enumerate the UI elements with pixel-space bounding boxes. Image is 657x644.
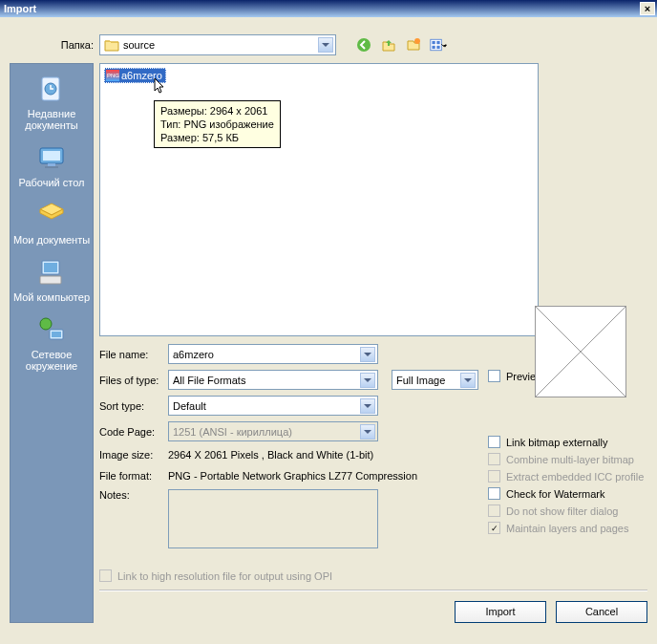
dropdown-arrow-icon[interactable] — [360, 373, 375, 388]
preview-checkbox[interactable] — [488, 370, 500, 382]
dropdown-arrow-icon[interactable] — [360, 347, 375, 362]
folder-icon — [104, 38, 119, 52]
sidebar-network[interactable]: Сетевое окружение — [12, 311, 91, 376]
folder-label: Папка: — [10, 39, 94, 51]
fileformat-value: PNG - Portable Network Graphics LZ77 Com… — [168, 468, 417, 483]
notes-label: Notes: — [99, 489, 168, 501]
svg-rect-6 — [436, 46, 439, 49]
filetype-label: Files of type: — [99, 375, 168, 386]
opi-checkbox — [99, 569, 112, 582]
places-sidebar: Недавние документы Рабочий стол Мои доку… — [10, 63, 94, 623]
window-title: Import — [4, 3, 640, 14]
back-button[interactable] — [355, 36, 372, 54]
preview-thumbnail — [535, 306, 626, 397]
folder-value: source — [123, 39, 155, 51]
sidebar-recent[interactable]: Недавние документы — [12, 70, 91, 135]
no-filter-checkbox — [488, 504, 500, 517]
svg-rect-12 — [45, 166, 58, 168]
combine-checkbox — [488, 453, 500, 465]
svg-rect-3 — [432, 41, 434, 44]
watermark-checkbox[interactable] — [488, 487, 500, 500]
svg-point-16 — [40, 318, 52, 330]
cancel-button[interactable]: Cancel — [556, 601, 647, 623]
notes-textarea — [168, 489, 378, 548]
svg-rect-18 — [52, 332, 61, 337]
svg-rect-4 — [436, 41, 439, 44]
folder-select[interactable]: source — [99, 34, 336, 55]
recent-docs-icon — [36, 74, 67, 104]
filename-input[interactable]: a6mzero — [168, 344, 378, 364]
fullimage-select[interactable]: Full Image — [392, 370, 478, 390]
svg-rect-5 — [432, 46, 434, 49]
sidebar-mydocs[interactable]: Мои документы — [12, 196, 91, 249]
view-menu-button[interactable] — [430, 36, 447, 54]
imagesize-label: Image size: — [99, 449, 168, 461]
up-button[interactable] — [380, 36, 397, 54]
dropdown-arrow-icon[interactable] — [460, 373, 476, 388]
mydocs-icon — [36, 200, 67, 230]
separator — [99, 590, 647, 591]
extract-icc-checkbox — [488, 470, 500, 483]
import-button[interactable]: Import — [455, 601, 546, 623]
fileformat-label: File format: — [99, 470, 168, 482]
cursor-icon — [154, 77, 167, 97]
sorttype-select[interactable]: Default — [168, 396, 378, 416]
close-button[interactable]: × — [640, 2, 655, 15]
new-folder-button[interactable] — [405, 36, 422, 54]
filename-label: File name: — [99, 349, 168, 360]
desktop-icon — [36, 142, 67, 173]
svg-point-0 — [357, 38, 371, 52]
codepage-select: 1251 (ANSI - кириллица) — [168, 421, 378, 441]
svg-point-1 — [414, 38, 420, 44]
svg-rect-15 — [40, 276, 61, 284]
png-file-icon: PNG — [106, 70, 119, 81]
svg-rect-14 — [44, 263, 57, 272]
dropdown-arrow-icon[interactable] — [360, 398, 375, 414]
link-external-checkbox[interactable] — [488, 436, 500, 448]
sidebar-mycomputer[interactable]: Мой компьютер — [12, 253, 91, 307]
filetype-select[interactable]: All File Formats — [168, 370, 378, 390]
sorttype-label: Sort type: — [99, 400, 168, 412]
sidebar-desktop[interactable]: Рабочий стол — [12, 139, 91, 192]
file-list[interactable]: PNG a6mzero Размеры: 2964 x 2061 Тип: PN… — [99, 63, 539, 336]
codepage-label: Code Page: — [99, 426, 168, 438]
opi-label: Link to high resolution file for output … — [117, 570, 332, 582]
maintain-layers-checkbox: ✓ — [488, 522, 500, 534]
dropdown-arrow-icon — [360, 424, 375, 440]
title-bar: Import × — [0, 0, 657, 17]
imagesize-value: 2964 X 2061 Pixels , Black and White (1-… — [168, 447, 373, 462]
file-tooltip: Размеры: 2964 x 2061 Тип: PNG изображени… — [154, 100, 281, 148]
computer-icon — [36, 257, 67, 288]
dropdown-arrow-icon[interactable] — [318, 37, 333, 53]
svg-rect-10 — [43, 151, 60, 161]
network-icon — [36, 314, 67, 345]
svg-rect-11 — [48, 163, 55, 166]
